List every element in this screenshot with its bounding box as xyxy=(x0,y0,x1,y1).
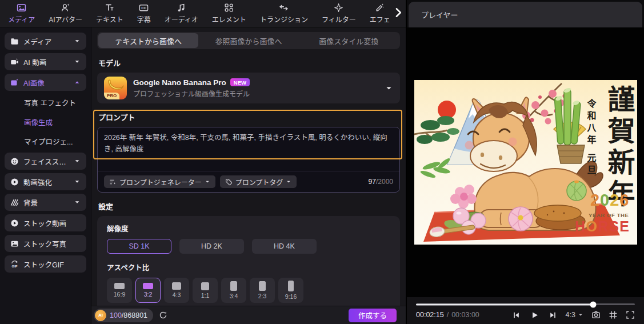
seek-knob[interactable] xyxy=(590,301,597,307)
stock-photo-icon xyxy=(10,239,19,248)
grid-overlay-button[interactable] xyxy=(609,310,618,319)
sidebar-item-face-swap[interactable]: フェイススワ... xyxy=(5,153,86,170)
player-header: プレイヤー xyxy=(409,2,642,27)
resolution-options: SD 1KHD 2KHD 4K xyxy=(107,239,390,254)
toolbar-item-ai-avatar[interactable]: AIアバター xyxy=(49,3,82,24)
resolution-label: 解像度 xyxy=(107,223,390,234)
chevron-right-icon xyxy=(393,7,403,20)
year-char: 2 xyxy=(610,191,619,209)
prompt-generator-button[interactable]: プロンプトジェネレーター xyxy=(104,175,215,188)
toolbar-item-filter[interactable]: フィルター xyxy=(322,3,356,24)
prompt-tags-label: プロンプトタグ xyxy=(235,177,283,187)
ai-image-panel: テキストから画像へ参照画像から画像へ画像スタイル変換 モデル PRO Googl… xyxy=(91,27,406,324)
aspect-shape-icon xyxy=(201,282,209,290)
fullscreen-button[interactable] xyxy=(626,310,635,319)
sidebar-item-enhance[interactable]: 動画強化 xyxy=(5,173,86,190)
aspect-option-3-4[interactable]: 3:4 xyxy=(221,278,246,303)
top-toolbar: メディアAIアバターテキストCC字幕オーディオエレメントトランジションフィルター… xyxy=(0,0,406,27)
toolbar-item-effects[interactable]: エフェ xyxy=(370,3,390,24)
chevron-up-icon xyxy=(74,79,81,86)
sidebar-item-label: AI画像 xyxy=(23,77,45,88)
sidebar-item-label: ストック動画 xyxy=(23,218,66,229)
sidebar-item-stock-gif[interactable]: GIFストックGIF xyxy=(5,255,86,273)
previous-frame-button[interactable] xyxy=(512,311,521,319)
create-button[interactable]: 作成する xyxy=(349,309,397,322)
year-char: 6 xyxy=(619,191,629,209)
prompt-tags-button[interactable]: プロンプトタグ xyxy=(220,175,297,188)
sidebar-item-label: 背景 xyxy=(23,197,38,208)
prev-frame-icon xyxy=(512,311,521,319)
tab-2[interactable]: 画像スタイル変換 xyxy=(299,33,399,48)
sidebar-subitem[interactable]: マイプロジェ... xyxy=(5,133,86,149)
toolbar-item-label: テキスト xyxy=(96,14,123,24)
folder-icon xyxy=(10,37,19,46)
aspect-option-16-9[interactable]: 16:9 xyxy=(107,278,132,303)
audio-icon xyxy=(177,3,186,13)
sidebar-item-stock-photo[interactable]: ストック写真 xyxy=(5,235,86,252)
elements-icon xyxy=(224,3,234,13)
aspect-option-4-3[interactable]: 4:3 xyxy=(164,278,189,303)
chevron-down-icon xyxy=(286,179,291,185)
aspect-shape-icon xyxy=(172,282,181,289)
sidebar-item-ai-video[interactable]: AI 動画 xyxy=(5,53,86,70)
aspect-option-label: 9:16 xyxy=(285,293,297,300)
aspect-option-2-3[interactable]: 2:3 xyxy=(250,278,275,303)
player-controls: 00:02:15 / 00:03:00 4:3 xyxy=(407,297,644,324)
snapshot-button[interactable] xyxy=(591,310,601,319)
sidebar-item-stock-video[interactable]: ストック動画 xyxy=(5,214,86,231)
ai-avatar-icon xyxy=(61,3,70,13)
aspect-option-1-1[interactable]: 1:1 xyxy=(193,278,218,303)
stock-gif-icon: GIF xyxy=(10,260,19,269)
ratio-value: 4:3 xyxy=(566,311,575,319)
sidebar-item-label: メディア xyxy=(23,36,51,47)
play-button[interactable] xyxy=(530,311,539,319)
svg-text:CC: CC xyxy=(141,6,146,10)
player-panel: プレイヤー xyxy=(406,0,644,324)
toolbar-item-audio[interactable]: オーディオ xyxy=(165,3,198,24)
tab-0[interactable]: テキストから画像へ xyxy=(98,33,198,48)
sidebar-subitem[interactable]: 画像生成 xyxy=(5,114,86,130)
effects-icon xyxy=(375,3,385,13)
animal-char: O xyxy=(586,218,598,234)
credits-total: /868801 xyxy=(122,311,147,319)
toolbar-item-label: 字幕 xyxy=(137,14,151,24)
sidebar-item-ai-image[interactable]: AI画像 xyxy=(5,74,86,91)
chevron-down-icon xyxy=(74,178,81,185)
aspect-option-9-16[interactable]: 9:16 xyxy=(278,278,303,303)
sidebar-item-background[interactable]: 背景 xyxy=(5,194,86,211)
toolbar-item-transition[interactable]: トランジション xyxy=(260,3,308,24)
refresh-icon xyxy=(159,311,167,319)
media-icon xyxy=(17,3,26,13)
aspect-option-label: 3:4 xyxy=(230,293,238,299)
resolution-option-hd-2k[interactable]: HD 2K xyxy=(179,239,244,254)
toolbar-item-media[interactable]: メディア xyxy=(8,3,35,24)
toolbar-item-text[interactable]: テキスト xyxy=(96,3,123,24)
toolbar-scroll-right-button[interactable] xyxy=(393,7,403,20)
animal-char: E xyxy=(619,218,630,234)
time-display: 00:02:15 / 00:03:00 xyxy=(416,311,512,319)
settings-card: 解像度 SD 1KHD 2KHD 4K アスペクト比 16:93:24:31:1… xyxy=(97,216,400,306)
tab-1[interactable]: 参照画像から画像へ xyxy=(198,33,298,48)
sidebar-subitem[interactable]: 写真 エフェクト xyxy=(5,94,86,110)
toolbar-item-captions[interactable]: CC字幕 xyxy=(137,3,151,24)
grid-icon xyxy=(609,310,618,319)
next-frame-button[interactable] xyxy=(549,311,557,319)
aspect-option-3-2[interactable]: 3:2 xyxy=(135,278,161,303)
resolution-option-hd-4k[interactable]: HD 4K xyxy=(252,239,317,254)
toolbar-item-label: エフェ xyxy=(370,14,390,24)
toolbar-item-label: AIアバター xyxy=(49,14,82,24)
face-swap-icon xyxy=(10,157,19,166)
ai-video-icon xyxy=(10,58,19,66)
toolbar-item-elements[interactable]: エレメント xyxy=(212,3,246,24)
ai-credits-pill[interactable]: AI 100/868801 xyxy=(94,309,153,322)
model-selector[interactable]: PRO Google Nano Banana Pro NEW プロフェッショナル… xyxy=(97,73,400,103)
prompt-input[interactable]: 2026年 新年 年賀状, 令和8年, 干支の馬, 和菓子, 手描きイラスト風,… xyxy=(104,132,393,169)
display-ratio-select[interactable]: 4:3 xyxy=(566,311,583,319)
captions-icon: CC xyxy=(139,3,149,13)
refresh-credits-button[interactable] xyxy=(159,311,167,319)
aspect-shape-icon xyxy=(143,283,153,289)
seek-bar[interactable] xyxy=(416,301,635,307)
left-body: メディアAI 動画AI画像写真 エフェクト画像生成マイプロジェ...フェイススワ… xyxy=(0,27,406,324)
sidebar-item-folder[interactable]: メディア xyxy=(5,33,86,50)
resolution-option-sd-1k[interactable]: SD 1K xyxy=(107,239,171,254)
